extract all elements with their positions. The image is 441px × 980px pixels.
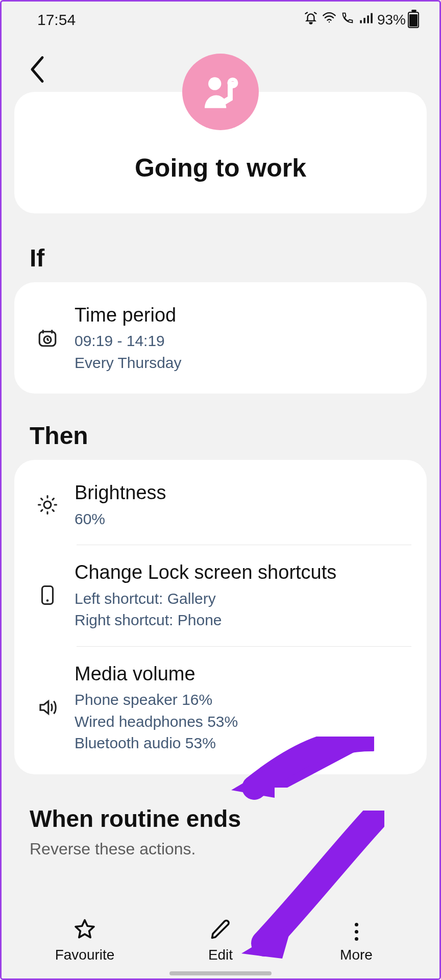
favourite-label: Favourite — [17, 947, 153, 963]
nav-gesture-handle[interactable] — [169, 971, 272, 975]
svg-point-8 — [44, 501, 51, 508]
edit-label: Edit — [153, 947, 288, 963]
when-ends-section: When routine ends Reverse these actions. — [2, 774, 439, 864]
media-wired: Wired headphones 53% — [75, 712, 406, 732]
bottom-toolbar: Favourite Edit More — [2, 909, 439, 978]
action-lock-shortcuts[interactable]: Change Lock screen shortcuts Left shortc… — [30, 545, 411, 646]
calendar-clock-icon — [35, 327, 60, 349]
svg-rect-3 — [371, 13, 373, 23]
phone-icon — [35, 584, 60, 606]
svg-rect-1 — [363, 18, 365, 23]
action-brightness[interactable]: Brightness 60% — [30, 465, 411, 545]
condition-days: Every Thursday — [75, 353, 406, 374]
more-button[interactable]: More — [288, 920, 424, 963]
action-media-title: Media volume — [75, 662, 406, 687]
pencil-icon — [209, 934, 232, 942]
svg-point-18 — [46, 600, 49, 602]
action-brightness-value: 60% — [75, 509, 406, 530]
more-vert-icon — [288, 920, 424, 943]
condition-time-period[interactable]: Time period 09:19 - 14:19 Every Thursday — [30, 287, 411, 388]
when-ends-sub: Reverse these actions. — [30, 840, 411, 859]
condition-time-range: 09:19 - 14:19 — [75, 331, 406, 352]
svg-line-13 — [41, 499, 42, 500]
media-bluetooth: Bluetooth audio 53% — [75, 733, 406, 754]
action-lock-title: Change Lock screen shortcuts — [75, 560, 406, 585]
battery-indicator: 93% — [377, 12, 419, 28]
alarm-icon — [304, 11, 318, 29]
when-ends-title: When routine ends — [30, 805, 411, 832]
then-actions-card: Brightness 60% Change Lock screen shortc… — [14, 460, 427, 774]
routine-header-card: Going to work — [14, 92, 427, 213]
lock-left-shortcut: Left shortcut: Gallery — [75, 589, 406, 609]
edit-button[interactable]: Edit — [153, 918, 288, 963]
battery-icon — [408, 12, 419, 28]
signal-icon — [359, 11, 373, 29]
condition-title: Time period — [75, 303, 406, 328]
svg-line-15 — [41, 510, 42, 511]
routine-title: Going to work — [24, 153, 416, 183]
brightness-icon — [35, 494, 60, 516]
action-brightness-title: Brightness — [75, 480, 406, 505]
action-media-volume[interactable]: Media volume Phone speaker 16% Wired hea… — [30, 646, 411, 769]
section-label-then: Then — [2, 394, 439, 460]
star-icon — [74, 934, 96, 942]
svg-rect-2 — [367, 15, 369, 23]
commute-icon — [198, 68, 243, 116]
status-bar: 17:54 93% — [2, 2, 439, 34]
battery-percent: 93% — [377, 12, 406, 28]
svg-line-16 — [53, 499, 54, 500]
favourite-button[interactable]: Favourite — [17, 918, 153, 963]
condition-body: Time period 09:19 - 14:19 Every Thursday — [75, 303, 406, 373]
if-conditions-card: Time period 09:19 - 14:19 Every Thursday — [14, 282, 427, 394]
lock-right-shortcut: Right shortcut: Phone — [75, 610, 406, 631]
media-phone-speaker: Phone speaker 16% — [75, 690, 406, 710]
routine-avatar[interactable] — [182, 54, 259, 130]
volte-icon — [340, 11, 355, 29]
speaker-icon — [35, 697, 60, 718]
svg-point-4 — [208, 77, 221, 90]
svg-rect-0 — [360, 20, 362, 23]
status-time: 17:54 — [37, 11, 76, 29]
more-label: More — [288, 947, 424, 963]
section-label-if: If — [2, 213, 439, 282]
svg-line-14 — [53, 510, 54, 511]
status-indicators: 93% — [304, 11, 419, 29]
wifi-icon — [322, 11, 336, 29]
